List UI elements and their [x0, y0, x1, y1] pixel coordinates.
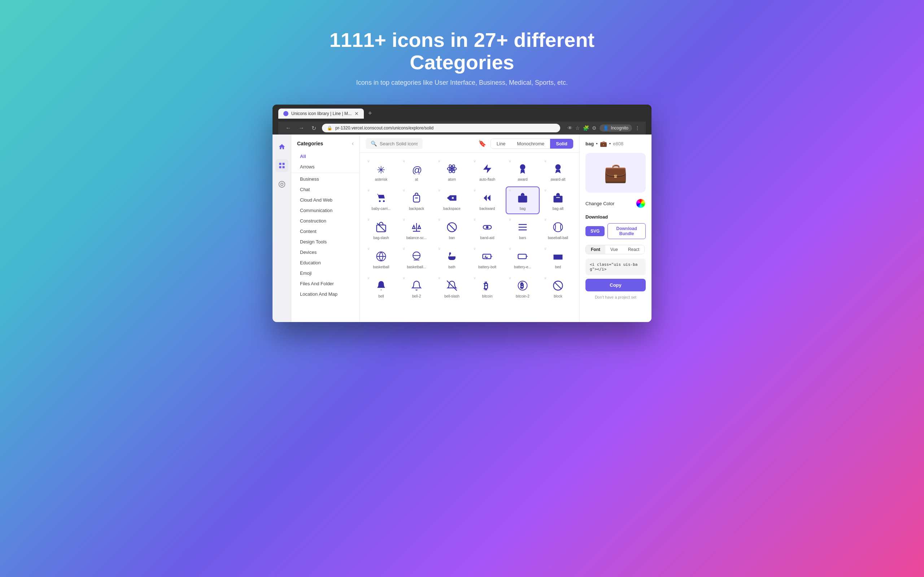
svg-marker-14: [484, 195, 487, 201]
sidebar-item-chat[interactable]: Chat: [294, 184, 357, 195]
sidebar-item-devices[interactable]: Devices: [294, 247, 357, 258]
icon-svg-award-alt: [551, 162, 564, 175]
icon-card-backspace[interactable]: ♛backspace: [435, 187, 469, 214]
icon-card-bag-slash[interactable]: ♛bag-slash: [364, 216, 398, 243]
icons-grid-container[interactable]: ♛✳asterisk♛@at♛atom♛auto-flash♛award♛awa…: [360, 153, 579, 322]
browser-addressbar: ← → ↻ 🔒 pr-1320.vercel.iconscout.com/uni…: [278, 121, 646, 134]
icon-card-at[interactable]: ♛@at: [399, 157, 433, 185]
icon-label: bed: [555, 265, 561, 269]
sidebar-item-all[interactable]: All: [294, 151, 357, 161]
sidebar-item-construction[interactable]: Construction: [294, 216, 357, 226]
format-tab-font[interactable]: Font: [586, 245, 605, 254]
icon-svg-atom: [446, 162, 459, 175]
sidebar-item-education[interactable]: Education: [294, 258, 357, 268]
browser-actions: 👁 ☆ 🧩 ⚙ 👤 Incognito ⋮: [567, 124, 640, 132]
grid-app-icon[interactable]: [275, 159, 288, 172]
icon-svg-bitcoin: ₿: [481, 279, 494, 292]
sidebar-item-content[interactable]: Content: [294, 226, 357, 237]
home-app-icon[interactable]: [275, 140, 288, 153]
icon-card-asterisk[interactable]: ♛✳asterisk: [364, 157, 398, 185]
icon-card-band-aid[interactable]: ♛band-aid: [470, 216, 504, 243]
color-wheel-button[interactable]: [636, 198, 646, 208]
icon-card-baby-carri...[interactable]: ♛baby-carri...: [364, 187, 398, 214]
tab-monochrome[interactable]: Monochrome: [511, 139, 550, 148]
bundle-download-button[interactable]: Download Bundle: [607, 223, 646, 239]
format-tab-react[interactable]: React: [623, 245, 644, 254]
icon-card-award-alt[interactable]: ♛award-alt: [541, 157, 575, 185]
icon-card-balance-sc...[interactable]: ♛balance-sc...: [399, 216, 433, 243]
svg-download-button[interactable]: SVG: [585, 226, 604, 236]
right-panel: bag • 💼 • e808 💼 Change Color Download S…: [579, 134, 651, 322]
categories-header: Categories ‹: [291, 140, 360, 151]
icon-card-bitcoin[interactable]: ♛₿bitcoin: [470, 274, 504, 302]
icon-card-bag-alt[interactable]: ♛bag-alt: [541, 187, 575, 214]
sidebar-item-cloud-and-web[interactable]: Cloud And Web: [294, 195, 357, 205]
format-tab-vue[interactable]: Vue: [605, 245, 623, 254]
crown-icon: ♛: [473, 218, 476, 221]
icon-card-bed[interactable]: ♛bed: [541, 245, 575, 272]
search-box[interactable]: 🔍: [366, 138, 423, 149]
icon-label: bag-alt: [552, 206, 564, 211]
bookmark-icon[interactable]: 🔖: [478, 140, 486, 148]
search-icon: 🔍: [371, 141, 377, 147]
star-icon[interactable]: ☆: [575, 125, 580, 131]
icon-card-block[interactable]: ♛block: [541, 274, 575, 302]
icon-card-bell-2[interactable]: ♛bell-2: [399, 274, 433, 302]
copy-button[interactable]: Copy: [585, 279, 646, 292]
icon-card-basketball[interactable]: ♛basketball: [364, 245, 398, 272]
sidebar-item-files-and-folder[interactable]: Files And Folder: [294, 279, 357, 289]
icon-card-bag[interactable]: ♛bag: [506, 187, 540, 214]
tab-solid[interactable]: Solid: [550, 139, 573, 148]
menu-icon[interactable]: ⋮: [635, 125, 640, 131]
address-bar[interactable]: 🔒 pr-1320.vercel.iconscout.com/unicons/e…: [322, 124, 560, 132]
sidebar-item-business[interactable]: Business: [294, 174, 357, 184]
icon-card-atom[interactable]: ♛atom: [435, 157, 469, 185]
tab-line[interactable]: Line: [491, 139, 512, 148]
icon-svg-bag-slash: [375, 221, 388, 234]
icon-card-battery-e...[interactable]: ♛battery-e...: [506, 245, 540, 272]
crown-icon: ♛: [367, 247, 370, 251]
svg-rect-25: [519, 229, 527, 230]
icon-code: e808: [613, 141, 624, 147]
icon-svg-balance-sc...: [410, 221, 423, 234]
tab-close-button[interactable]: ✕: [354, 111, 359, 116]
sidebar-item-arrows[interactable]: Arrows: [294, 161, 357, 172]
icon-preview-box: 💼: [585, 153, 646, 193]
change-color-row: Change Color: [585, 198, 646, 208]
incognito-button[interactable]: 👤 Incognito: [599, 124, 632, 132]
svg-rect-30: [518, 254, 527, 259]
icon-card-ban[interactable]: ♛ban: [435, 216, 469, 243]
sidebar-item-design-tools[interactable]: Design Tools: [294, 237, 357, 247]
icon-card-award[interactable]: ♛award: [506, 157, 540, 185]
forward-button[interactable]: →: [297, 124, 306, 132]
extension-icon[interactable]: 🧩: [583, 125, 589, 131]
refresh-button[interactable]: ↻: [310, 124, 318, 132]
icon-card-bell-slash[interactable]: ♛bell-slash: [435, 274, 469, 302]
browser-tab[interactable]: Unicons icon library | Line | M... ✕: [278, 108, 364, 119]
icon-card-auto-flash[interactable]: ♛auto-flash: [470, 157, 504, 185]
back-button[interactable]: ←: [284, 124, 293, 132]
icon-card-bell[interactable]: ♛bell: [364, 274, 398, 302]
new-tab-button[interactable]: +: [365, 108, 375, 119]
icon-card-bars[interactable]: ♛bars: [506, 216, 540, 243]
eye-off-icon[interactable]: 👁: [567, 125, 572, 131]
icon-card-backpack[interactable]: ♛backpack: [399, 187, 433, 214]
sidebar-item-emoji[interactable]: Emoji: [294, 268, 357, 279]
icon-card-backward[interactable]: ♛backward: [470, 187, 504, 214]
collapse-button[interactable]: ‹: [352, 140, 354, 147]
crown-icon: ♛: [402, 189, 405, 192]
sidebar-item-communication[interactable]: Communication: [294, 205, 357, 216]
icon-svg-bars: [516, 221, 529, 234]
icon-card-bitcoin-2[interactable]: ♛₿bitcoin-2: [506, 274, 540, 302]
search-input[interactable]: [380, 141, 418, 147]
icon-card-bath[interactable]: ♛bath: [435, 245, 469, 272]
discover-app-icon[interactable]: [275, 178, 288, 191]
icon-card-baseball-ball[interactable]: ♛baseball-ball: [541, 216, 575, 243]
icon-card-battery-bolt[interactable]: ♛battery-bolt: [470, 245, 504, 272]
icon-label: baseball-ball: [548, 236, 568, 240]
svg-rect-15: [518, 196, 527, 203]
svg-line-31: [447, 280, 457, 291]
extensions-icon[interactable]: ⚙: [592, 125, 597, 131]
sidebar-item-location-and-map[interactable]: Location And Map: [294, 289, 357, 299]
icon-card-basketball...[interactable]: ♛basketball...: [399, 245, 433, 272]
